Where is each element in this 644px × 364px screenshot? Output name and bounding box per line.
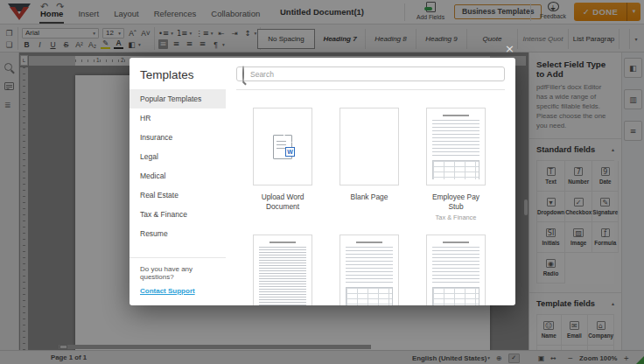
template-card[interactable] [426, 234, 486, 305]
template-card-upload-word-document[interactable]: WUpload Word Document [253, 108, 312, 221]
template-preview [340, 234, 399, 305]
template-cards-row [236, 234, 505, 305]
word-document-icon: W [273, 135, 292, 159]
templates-content-panel: WUpload Word DocumentBlank PageEmployee … [226, 58, 515, 305]
close-icon[interactable]: × [505, 43, 514, 54]
template-card-title: Employee Pay Stub [426, 192, 486, 212]
modal-title: Templates [130, 58, 226, 89]
template-card-title: Blank Page [340, 192, 399, 202]
template-card[interactable] [253, 234, 312, 305]
document-thumbnail [259, 241, 306, 305]
category-legal[interactable]: Legal [130, 147, 226, 166]
modal-footer: Do you have any questions? Contact Suppo… [130, 257, 226, 305]
category-real-estate[interactable]: Real Estate [130, 186, 226, 205]
docx-editor-app: ↶ ↷ HomeInsertLayoutReferencesCollaborat… [0, 0, 644, 364]
document-thumbnail [346, 241, 393, 305]
template-card-subtitle: Tax & Finance [426, 214, 486, 221]
template-categories: Popular TemplatesHRInsuranceLegalMedical… [130, 89, 226, 257]
category-popular-templates[interactable]: Popular Templates [130, 89, 226, 108]
template-preview [340, 108, 399, 186]
category-insurance[interactable]: Insurance [130, 128, 226, 147]
template-card-blank-page[interactable]: Blank Page [340, 108, 399, 221]
document-thumbnail [432, 241, 480, 305]
template-preview [253, 234, 312, 305]
templates-category-panel: Templates Popular TemplatesHRInsuranceLe… [130, 58, 226, 305]
templates-modal: Templates Popular TemplatesHRInsuranceLe… [130, 58, 515, 305]
template-search[interactable] [236, 66, 505, 81]
template-preview: W [253, 108, 312, 186]
template-card[interactable] [340, 234, 399, 305]
category-resume[interactable]: Resume [130, 224, 226, 243]
word-w-badge: W [285, 147, 295, 157]
search-input[interactable] [248, 69, 499, 80]
template-preview [426, 108, 486, 186]
category-medical[interactable]: Medical [130, 166, 226, 186]
search-icon [242, 66, 244, 82]
category-tax-finance[interactable]: Tax & Finance [130, 205, 226, 224]
template-cards-row: WUpload Word DocumentBlank PageEmployee … [236, 108, 505, 221]
category-hr[interactable]: HR [130, 108, 226, 128]
document-thumbnail [432, 114, 480, 179]
template-card-employee-pay-stub[interactable]: Employee Pay StubTax & Finance [426, 108, 486, 221]
support-question: Do you have any questions? [140, 265, 215, 281]
template-card-title: Upload Word Document [253, 192, 312, 212]
template-preview [426, 234, 486, 305]
contact-support-link[interactable]: Contact Support [140, 287, 195, 295]
